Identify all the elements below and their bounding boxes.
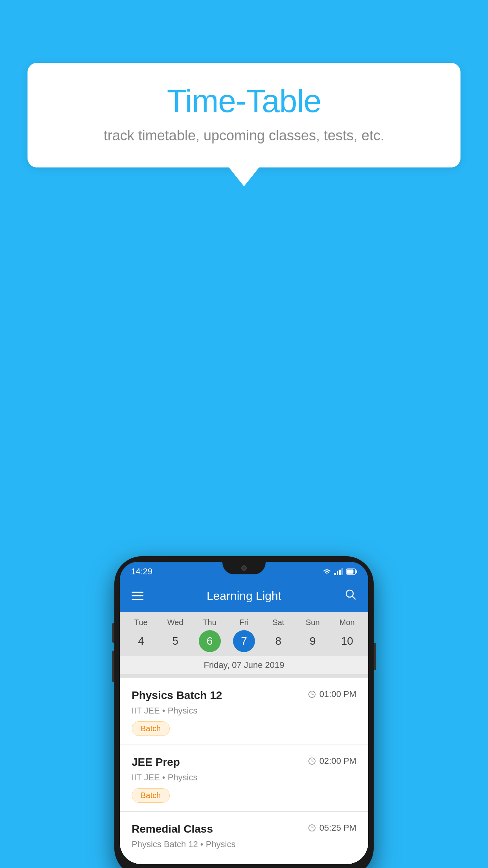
notch [222,562,266,574]
schedule-item-3-subtitle: Physics Batch 12 • Physics [132,839,356,850]
calendar-day-fri[interactable]: Fri 7 [228,618,260,652]
svg-line-8 [352,596,355,599]
selected-date: Friday, 07 June 2019 [120,656,368,674]
calendar-day-sun[interactable]: Sun 9 [297,618,328,652]
bubble-title: Time-Table [43,83,445,120]
schedule-item-3-header: Remedial Class 05:25 PM [132,823,356,835]
status-bar: 14:29 [120,562,368,580]
svg-rect-3 [341,568,343,575]
search-button[interactable] [345,588,356,603]
schedule-list: Physics Batch 12 01:00 PM IIT JEE • Phys… [120,678,368,864]
svg-rect-2 [339,570,341,575]
volume-up-button [112,623,114,643]
schedule-item-1[interactable]: Physics Batch 12 01:00 PM IIT JEE • Phys… [120,678,368,745]
bubble-subtitle: track timetable, upcoming classes, tests… [43,127,445,144]
batch-badge-1: Batch [132,721,170,736]
schedule-item-1-title: Physics Batch 12 [132,689,222,702]
schedule-item-1-header: Physics Batch 12 01:00 PM [132,689,356,702]
wifi-icon [323,568,331,575]
calendar-day-sat[interactable]: Sat 8 [262,618,294,652]
svg-rect-0 [334,573,336,575]
schedule-item-2-title: JEE Prep [132,756,180,769]
svg-rect-1 [337,571,338,575]
status-icons [323,568,357,575]
clock-icon-2 [308,757,316,765]
calendar-day-mon[interactable]: Mon 10 [331,618,363,652]
batch-badge-2: Batch [132,788,170,803]
phone-screen: Learning Light Tue 4 We [120,580,368,864]
signal-icon [334,568,343,575]
schedule-item-3-title: Remedial Class [132,823,213,835]
clock-icon-1 [308,690,316,699]
app-title: Learning Light [143,589,345,603]
schedule-item-2-subtitle: IIT JEE • Physics [132,772,356,783]
schedule-item-2[interactable]: JEE Prep 02:00 PM IIT JEE • Physics Batc… [120,745,368,812]
svg-rect-6 [356,570,357,573]
search-icon [345,588,356,600]
calendar-day-thu[interactable]: Thu 6 [194,618,226,652]
calendar-day-tue[interactable]: Tue 4 [125,618,157,652]
calendar-strip: Tue 4 Wed 5 Thu 6 Fri 7 [120,612,368,678]
menu-icon[interactable] [132,592,143,600]
phone-mockup: 14:29 [114,556,374,868]
schedule-item-2-header: JEE Prep 02:00 PM [132,756,356,769]
camera-dot [241,565,247,571]
svg-rect-5 [347,570,354,574]
schedule-item-3[interactable]: Remedial Class 05:25 PM Physics Batch 12… [120,812,368,864]
volume-down-button [112,651,114,682]
power-button [374,643,376,670]
schedule-item-2-time: 02:00 PM [308,756,356,766]
calendar-day-row: Tue 4 Wed 5 Thu 6 Fri 7 [120,618,368,652]
calendar-day-wed[interactable]: Wed 5 [160,618,191,652]
clock-icon-3 [308,824,316,832]
status-time: 14:29 [131,566,152,577]
schedule-item-3-time: 05:25 PM [308,823,356,833]
app-bar: Learning Light [120,580,368,612]
battery-icon [346,568,357,575]
schedule-item-1-time: 01:00 PM [308,689,356,699]
speech-bubble: Time-Table track timetable, upcoming cla… [28,63,460,167]
schedule-item-1-subtitle: IIT JEE • Physics [132,706,356,716]
phone-frame: 14:29 [114,556,374,868]
